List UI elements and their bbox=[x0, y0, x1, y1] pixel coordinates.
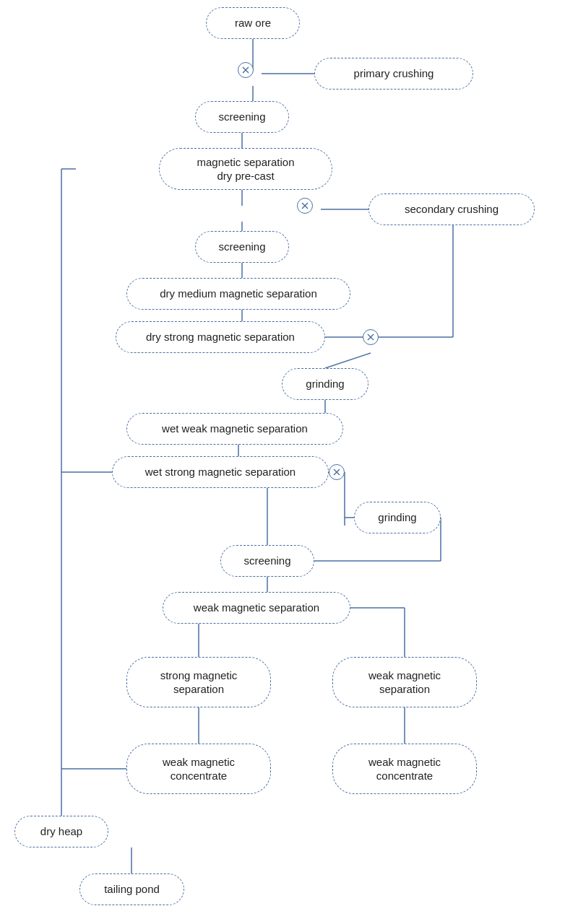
diagram: raw ore primary crushing screening magne… bbox=[0, 0, 578, 924]
node-grinding1: grinding bbox=[282, 368, 368, 400]
node-dry-strong: dry strong magnetic separation bbox=[116, 321, 325, 353]
node-tailing-pond: tailing pond bbox=[79, 873, 184, 905]
node-weak-mag-conc2: weak magneticconcentrate bbox=[332, 744, 477, 794]
connector-c3 bbox=[363, 329, 379, 345]
node-primary-crushing: primary crushing bbox=[314, 58, 473, 90]
node-weak-mag-sep2: weak magneticseparation bbox=[332, 657, 477, 707]
node-wet-strong: wet strong magnetic separation bbox=[112, 456, 329, 488]
node-screening3: screening bbox=[220, 545, 314, 577]
node-wet-weak: wet weak magnetic separation bbox=[126, 413, 343, 445]
node-grinding2: grinding bbox=[354, 502, 441, 533]
svg-line-13 bbox=[325, 353, 371, 368]
node-strong-mag-sep: strong magneticseparation bbox=[126, 657, 271, 707]
connector-c2 bbox=[297, 198, 313, 214]
connector-c4 bbox=[329, 464, 345, 480]
node-screening2: screening bbox=[195, 231, 289, 263]
node-raw-ore: raw ore bbox=[206, 7, 300, 39]
node-dry-medium: dry medium magnetic separation bbox=[126, 278, 350, 310]
node-weak-mag-conc1: weak magneticconcentrate bbox=[126, 744, 271, 794]
connector-c1 bbox=[238, 62, 254, 78]
node-mag-sep-dry: magnetic separationdry pre-cast bbox=[159, 148, 332, 190]
node-weak-mag-sep: weak magnetic separation bbox=[163, 592, 350, 624]
node-screening1: screening bbox=[195, 101, 289, 133]
node-secondary-crushing: secondary crushing bbox=[368, 193, 535, 225]
node-dry-heap: dry heap bbox=[14, 816, 108, 847]
